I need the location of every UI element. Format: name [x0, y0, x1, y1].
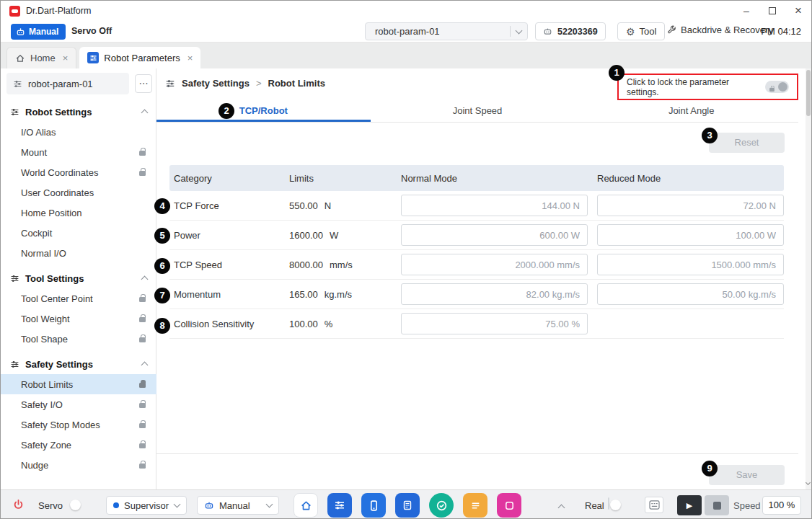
list-icon [470, 500, 481, 511]
tab-robot-parameters[interactable]: Robot Parameters × [79, 47, 200, 68]
table-header-row: Category Limits Normal Mode Reduced Mode [169, 165, 784, 191]
status-app-button[interactable] [429, 493, 454, 518]
play-button[interactable]: ▶ [677, 495, 702, 515]
item-label: Safety I/O [21, 399, 139, 410]
role-status-dot [113, 502, 119, 508]
toggle-knob [70, 500, 81, 510]
message-app-button[interactable] [497, 493, 521, 518]
sidebar-item-cockpit[interactable]: Cockpit [1, 223, 156, 243]
lock-icon [139, 383, 146, 388]
maximize-icon [769, 7, 776, 14]
sidebar-item-tool-center-point[interactable]: Tool Center Point [1, 288, 156, 309]
sidebar-item-tool-shape[interactable]: Tool Shape [1, 329, 156, 349]
home-app-button[interactable] [294, 493, 318, 518]
jog-app-button[interactable] [361, 493, 386, 518]
param-name-field[interactable]: robot-param-01 [6, 73, 129, 94]
role-select[interactable]: Supervisor [106, 496, 187, 515]
tab-home-close-icon[interactable]: × [63, 53, 69, 63]
home-icon [15, 53, 25, 63]
sidebar-item-nudge[interactable]: Nudge [1, 455, 156, 475]
maximize-button[interactable] [759, 1, 785, 21]
col-header-reduced-mode: Reduced Mode [593, 173, 784, 184]
real-mode-toggle[interactable] [608, 497, 609, 510]
sidebar-item-user-coordinates[interactable]: User Coordinates [1, 182, 156, 203]
scrollbar-thumb[interactable] [806, 70, 811, 116]
sidebar-item-safety-stop-modes[interactable]: Safety Stop Modes [1, 414, 156, 435]
minimize-button[interactable]: – [733, 1, 759, 21]
play-icon: ▶ [687, 501, 692, 510]
more-icon: ⋯ [139, 78, 149, 89]
reduced-mode-input[interactable] [597, 195, 784, 216]
lock-icon [139, 337, 146, 342]
tab-robot-parameters-close-icon[interactable]: × [187, 53, 193, 63]
toggle-knob [778, 82, 787, 92]
lock-icon [139, 403, 146, 408]
sidebar-item-robot-limits[interactable]: Robot Limits [1, 374, 156, 394]
normal-mode-input[interactable] [401, 224, 588, 246]
manual-mode-button[interactable]: Manual [11, 24, 66, 40]
operation-mode-select[interactable]: Manual [197, 496, 279, 515]
sidebar-item-world-coordinates[interactable]: World Coordinates [1, 162, 156, 182]
dock-expand-chevron-icon[interactable] [558, 505, 565, 512]
section-robot-settings[interactable]: Robot Settings [1, 102, 156, 122]
normal-mode-input[interactable] [401, 195, 588, 216]
annotation-6: 6 [154, 258, 170, 274]
lock-icon [139, 317, 146, 322]
speed-value-box[interactable]: 100 % [762, 496, 801, 515]
robot-icon [204, 500, 214, 510]
close-icon: × [795, 4, 802, 18]
sidebar-item-normal-io[interactable]: Normal I/O [1, 243, 156, 263]
sidebar-item-mount[interactable]: Mount [1, 142, 156, 162]
app-window: Dr.Dart-Platform – × Manual Servo Off ro… [0, 0, 812, 519]
normal-mode-input[interactable] [401, 254, 588, 275]
normal-mode-input[interactable] [401, 283, 588, 305]
save-button[interactable]: Save [709, 465, 785, 485]
scrollbar[interactable] [806, 68, 812, 489]
reduced-mode-input[interactable] [597, 283, 784, 305]
row-limit: 550.00N [289, 200, 398, 211]
sidebar-item-safety-io[interactable]: Safety I/O [1, 394, 156, 414]
tool-button[interactable]: ⚙ Tool [617, 22, 665, 40]
scroll-down-arrow[interactable] [806, 476, 810, 487]
section-tool-settings[interactable]: Tool Settings [1, 268, 156, 288]
virtual-keypad-button[interactable] [645, 497, 663, 513]
sidebar-item-safety-zone[interactable]: Safety Zone [1, 435, 156, 455]
reduced-mode-input[interactable] [597, 254, 784, 275]
content-tabs: TCP/Robot Joint Speed Joint Angle [156, 102, 798, 123]
tab-tcp-robot[interactable]: TCP/Robot [156, 102, 371, 122]
param-file-select[interactable]: robot-param-01 [365, 22, 528, 40]
sidebar-item-io-alias[interactable]: I/O Alias [1, 122, 156, 142]
stop-button[interactable] [705, 495, 729, 515]
table-row-tcp-speed: TCP Speed 8000.00mm/s [169, 250, 784, 280]
item-label: Mount [21, 147, 139, 158]
reset-button[interactable]: Reset [709, 133, 785, 153]
item-label: Robot Limits [21, 379, 139, 390]
sidebar-item-home-position[interactable]: Home Position [1, 203, 156, 223]
lock-icon [769, 88, 775, 92]
robot-parameters-app-button[interactable] [327, 493, 352, 518]
row-limit: 1600.00W [289, 230, 398, 241]
gear-icon: ⚙ [626, 27, 635, 37]
section-safety-settings[interactable]: Safety Settings [1, 354, 156, 374]
square-icon [504, 500, 515, 511]
tab-joint-speed[interactable]: Joint Speed [371, 102, 585, 122]
power-icon[interactable] [12, 499, 25, 511]
param-more-button[interactable]: ⋯ [135, 74, 152, 93]
log-app-button[interactable] [463, 493, 487, 518]
servo-label: Servo [38, 500, 63, 511]
backdrive-recovery-button[interactable]: Backdrive & Recovery [667, 25, 773, 35]
controller-serial-badge[interactable]: 52203369 [535, 22, 606, 40]
close-button[interactable]: × [785, 1, 811, 21]
normal-mode-input[interactable] [401, 313, 588, 334]
task-app-button[interactable] [395, 493, 420, 518]
sidebar-item-tool-weight[interactable]: Tool Weight [1, 309, 156, 329]
param-file-select-value: robot-param-01 [375, 26, 440, 37]
tab-joint-angle[interactable]: Joint Angle [584, 102, 798, 122]
lock-toggle[interactable] [765, 81, 789, 93]
lock-icon [139, 297, 146, 302]
annotation-8: 8 [154, 318, 170, 334]
tab-home[interactable]: Home × [6, 47, 76, 68]
reduced-mode-input[interactable] [597, 224, 784, 246]
chevron-down-icon [174, 501, 181, 508]
tool-button-label: Tool [640, 26, 657, 37]
